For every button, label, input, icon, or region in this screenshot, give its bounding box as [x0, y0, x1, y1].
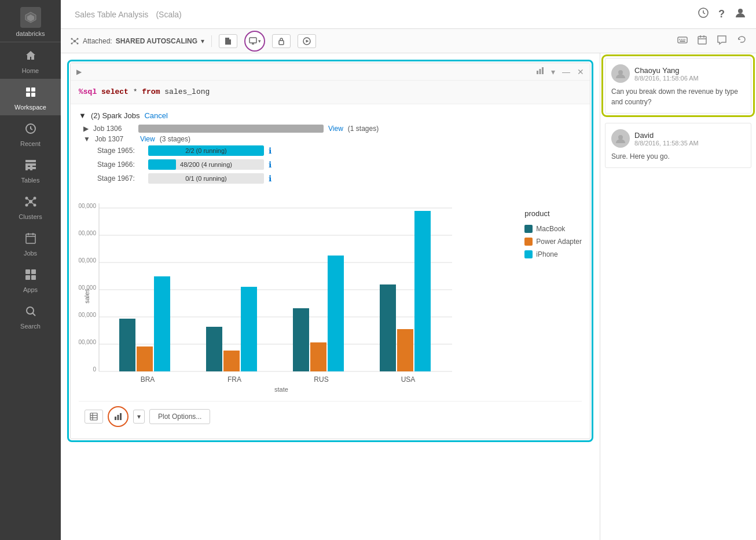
chevron-down-icon[interactable]: ▾: [551, 67, 555, 76]
undo-icon[interactable]: [736, 35, 747, 48]
svg-text:USA: USA: [401, 375, 416, 384]
view-btn[interactable]: ▾: [244, 31, 265, 52]
chart-legend: product MacBook Power Adapter: [524, 198, 582, 258]
job-1307-toggle[interactable]: ▼: [83, 135, 90, 143]
workspace-icon: [24, 86, 37, 101]
comment-icon[interactable]: [717, 35, 727, 48]
comment-card-2: David 8/8/2016, 11:58:35 AM Sure. Here y…: [605, 123, 751, 168]
sidebar: databricks Home Workspace Recent: [0, 0, 61, 540]
sidebar-item-apps[interactable]: Apps: [0, 261, 61, 298]
comment-1-header: Chaoyu Yang 8/8/2016, 11:58:06 AM: [611, 64, 745, 83]
svg-rect-21: [26, 234, 35, 243]
svg-rect-88: [414, 211, 431, 371]
history-top-icon[interactable]: [698, 7, 709, 21]
lock-btn[interactable]: [272, 34, 291, 48]
svg-rect-27: [25, 275, 30, 280]
topbar-actions: ?: [698, 6, 747, 22]
sidebar-item-workspace[interactable]: Workspace: [0, 79, 61, 115]
job-1306-view-link[interactable]: View: [328, 125, 343, 133]
bar-chart: sales 0 10,000,000 20,000,000 30,000,000…: [79, 198, 461, 395]
sidebar-item-workspace-label: Workspace: [14, 104, 46, 111]
cell-code[interactable]: %sql select * from sales_long: [71, 81, 590, 104]
stage-1966-text: 48/200 (4 running): [148, 159, 264, 170]
svg-rect-11: [30, 163, 32, 170]
svg-rect-3: [31, 87, 35, 92]
stage-1966-bar-bg: 48/200 (4 running): [148, 159, 264, 170]
stage-1967-label: Stage 1967:: [97, 174, 144, 183]
main-area: Sales Table Analysis (Scala) ? Attached:…: [61, 0, 756, 540]
svg-rect-7: [25, 160, 36, 162]
spark-jobs-label: (2) Spark Jobs: [91, 111, 140, 120]
sidebar-item-tables[interactable]: Tables: [0, 152, 61, 188]
svg-text:FRA: FRA: [227, 375, 241, 384]
cluster-label: Attached:: [83, 37, 112, 45]
comment-2-header: David 8/8/2016, 11:58:35 AM: [611, 129, 745, 148]
stage-1967-row: Stage 1967: 0/1 (0 running) ℹ: [79, 173, 582, 184]
search-icon: [24, 305, 37, 320]
cluster-dropdown-icon[interactable]: ▾: [201, 37, 204, 45]
sidebar-item-clusters[interactable]: Clusters: [0, 188, 61, 225]
stage-1966-label: Stage 1966:: [97, 160, 144, 169]
chart-view-btn[interactable]: [108, 406, 129, 427]
file-btn[interactable]: [219, 34, 237, 48]
sidebar-item-home-label: Home: [22, 67, 39, 74]
clusters-icon: [24, 195, 37, 211]
spark-jobs: ▼ (2) Spark Jobs Cancel ▶ Job 1306 View: [79, 111, 582, 184]
svg-rect-58: [537, 71, 538, 74]
plot-options-btn[interactable]: Plot Options...: [149, 409, 210, 424]
close-cell-icon[interactable]: ✕: [577, 67, 584, 76]
sidebar-item-recent[interactable]: Recent: [0, 115, 61, 152]
comment-2-avatar: [611, 129, 630, 148]
sidebar-item-search[interactable]: Search: [0, 298, 61, 334]
cancel-button[interactable]: Cancel: [144, 111, 167, 120]
svg-rect-4: [26, 93, 30, 97]
run-btn[interactable]: [298, 34, 316, 48]
chart-wrapper: sales 0 10,000,000 20,000,000 30,000,000…: [79, 198, 582, 396]
stage-1966-info-icon[interactable]: ℹ: [269, 160, 271, 169]
svg-point-29: [27, 307, 34, 314]
keyboard-icon[interactable]: [677, 35, 688, 48]
cluster-selector[interactable]: Attached: SHARED AUTOSCALING ▾: [70, 37, 204, 46]
sidebar-item-jobs[interactable]: Jobs: [0, 225, 61, 261]
spark-jobs-header: ▼ (2) Spark Jobs Cancel: [79, 111, 582, 120]
minimize-icon[interactable]: —: [562, 67, 570, 76]
cell-output: ▼ (2) Spark Jobs Cancel ▶ Job 1306 View: [71, 104, 590, 439]
code-operator: *: [133, 87, 142, 96]
chart-dropdown-btn[interactable]: ▾: [133, 410, 145, 424]
svg-rect-48: [678, 37, 687, 43]
sidebar-item-recent-label: Recent: [20, 140, 41, 147]
user-icon[interactable]: [734, 6, 747, 22]
svg-point-101: [618, 70, 623, 75]
svg-text:RUS: RUS: [314, 375, 328, 384]
jobs-icon: [24, 232, 37, 247]
stage-1967-text: 0/1 (0 running): [148, 173, 264, 184]
job-1307-view-link[interactable]: View: [140, 135, 155, 143]
sidebar-item-search-label: Search: [20, 323, 41, 330]
cell-run-button[interactable]: ▶: [76, 68, 82, 76]
svg-rect-78: [137, 346, 153, 371]
help-icon[interactable]: ?: [718, 8, 725, 20]
legend-macbook: MacBook: [524, 225, 582, 233]
job-1306-toggle[interactable]: ▶: [83, 125, 89, 133]
job-1306-label: Job 1306: [93, 125, 134, 133]
stage-1965-info-icon[interactable]: ℹ: [269, 146, 271, 155]
svg-line-20: [31, 202, 35, 205]
legend-iphone-label: iPhone: [536, 250, 557, 258]
table-view-btn[interactable]: [85, 410, 103, 424]
svg-rect-26: [31, 269, 36, 274]
schedule-icon[interactable]: [697, 35, 707, 48]
expand-icon[interactable]: ▼: [79, 111, 86, 120]
chart-header-icon[interactable]: [536, 67, 544, 76]
code-table: sales_long: [164, 87, 210, 96]
sidebar-item-home[interactable]: Home: [0, 42, 61, 79]
stage-1965-text: 2/2 (0 running): [148, 145, 264, 156]
legend-power-adapter-color: [524, 238, 533, 246]
legend-power-adapter-label: Power Adapter: [536, 238, 582, 246]
svg-rect-81: [223, 351, 240, 371]
svg-text:0: 0: [93, 366, 96, 373]
stage-1967-info-icon[interactable]: ℹ: [269, 174, 271, 183]
comment-1-meta: Chaoyu Yang 8/8/2016, 11:58:06 AM: [634, 66, 699, 82]
svg-text:60,000,000: 60,000,000: [79, 203, 96, 209]
svg-text:10,000,000: 10,000,000: [79, 339, 96, 345]
cell-1: ▶ ▾ — ✕ %sql select * from: [70, 63, 590, 439]
